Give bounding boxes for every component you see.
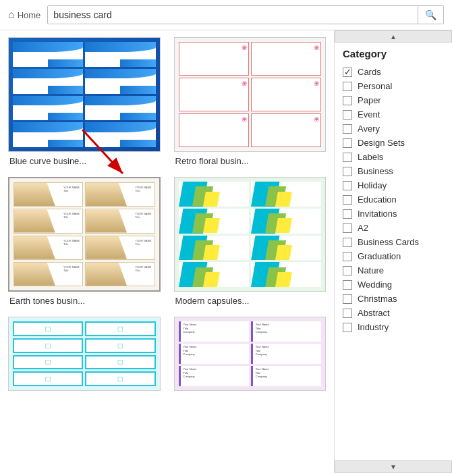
template-item-blue-curve[interactable]: Blue curve busine... xyxy=(8,37,161,166)
sidebar-scroll-up[interactable]: ▲ xyxy=(335,30,452,43)
floral-cell xyxy=(251,42,321,76)
category-checkbox[interactable] xyxy=(343,181,352,190)
header: ⌂ Home 🔍 xyxy=(0,0,452,30)
sidebar-item-paper[interactable]: Paper xyxy=(335,93,452,107)
category-checkbox[interactable] xyxy=(343,223,352,233)
category-checkbox[interactable] xyxy=(343,167,352,176)
modern-cell xyxy=(251,236,321,261)
teal-cell xyxy=(13,355,83,370)
template-item-purple[interactable]: Your NameTitleCompany Your NameTitleComp… xyxy=(174,317,327,391)
category-label: Avery xyxy=(358,124,380,134)
category-checkbox[interactable] xyxy=(343,82,352,91)
search-button[interactable]: 🔍 xyxy=(418,6,443,24)
teal-cell xyxy=(13,338,83,353)
category-checkbox[interactable] xyxy=(343,252,352,261)
teal-cell xyxy=(85,371,155,386)
sidebar-item-invitations[interactable]: Invitations xyxy=(335,207,452,221)
sidebar-item-industry[interactable]: Industry xyxy=(335,320,452,334)
category-checkbox[interactable] xyxy=(343,96,352,105)
sidebar-item-christmas[interactable]: Christmas xyxy=(335,292,452,306)
category-checkbox[interactable] xyxy=(343,238,352,247)
purple-cell: Your NameTitleCompany xyxy=(251,366,321,386)
sidebar-item-business-cards[interactable]: Business Cards xyxy=(335,235,452,249)
sidebar-item-avery[interactable]: Avery xyxy=(335,122,452,136)
sidebar-item-holiday[interactable]: Holiday xyxy=(335,178,452,192)
category-checkbox[interactable] xyxy=(343,209,352,219)
teal-cell xyxy=(85,338,155,353)
category-checkbox[interactable] xyxy=(343,195,352,205)
thumb-visual-blue xyxy=(9,38,160,151)
earth-cell: YOUR NAMETitle xyxy=(85,182,154,207)
thumbnail-teal xyxy=(8,317,161,391)
thumbnail-retro-floral xyxy=(174,37,327,152)
sidebar-item-graduation[interactable]: Graduation xyxy=(335,249,452,263)
category-label: Business xyxy=(358,166,393,176)
blue-cell xyxy=(85,122,155,147)
sidebar-item-a2[interactable]: A2 xyxy=(335,221,452,235)
sidebar-item-personal[interactable]: Personal xyxy=(335,79,452,93)
template-item-earth-tones[interactable]: YOUR NAMETitle YOUR NAMETitle YOUR NAMET… xyxy=(8,177,161,306)
thumb-visual-earth: YOUR NAMETitle YOUR NAMETitle YOUR NAMET… xyxy=(9,178,159,290)
sidebar-scroll-down[interactable]: ▼ xyxy=(335,460,452,473)
category-checkbox[interactable]: ✓ xyxy=(343,68,352,77)
category-checkbox[interactable] xyxy=(343,138,352,148)
category-label: Graduation xyxy=(358,251,401,261)
home-button[interactable]: ⌂ Home xyxy=(8,9,40,21)
teal-cell xyxy=(13,321,83,336)
teal-cell xyxy=(13,371,83,386)
category-label: Holiday xyxy=(358,180,387,190)
purple-cell: Your NameTitleCompany xyxy=(179,344,249,364)
search-bar: 🔍 xyxy=(47,5,444,24)
blue-cell xyxy=(85,96,155,121)
category-label: Industry xyxy=(358,322,389,332)
category-checkbox[interactable] xyxy=(343,266,352,275)
sidebar-item-nature[interactable]: Nature xyxy=(335,263,452,277)
category-checkbox[interactable] xyxy=(343,280,352,290)
category-checkbox[interactable] xyxy=(343,110,352,120)
category-label: Invitations xyxy=(358,209,397,219)
sidebar-item-education[interactable]: Education xyxy=(335,192,452,207)
blue-cell xyxy=(13,96,83,121)
template-item-teal[interactable] xyxy=(8,317,161,391)
card-label-retro-floral: Retro floral busin... xyxy=(174,156,327,166)
category-label: Labels xyxy=(358,152,383,162)
modern-cell xyxy=(251,262,321,287)
floral-cell xyxy=(251,113,321,147)
category-checkbox[interactable] xyxy=(343,294,352,304)
earth-cell: YOUR NAMETitle xyxy=(13,262,83,286)
sidebar-item-business[interactable]: Business xyxy=(335,164,452,178)
template-item-modern-capsules[interactable]: Modern capsules... xyxy=(174,177,327,306)
sidebar-item-labels[interactable]: Labels xyxy=(335,150,452,164)
category-checkbox[interactable] xyxy=(343,153,352,162)
purple-cell: Your NameTitleCompany xyxy=(251,344,321,364)
home-label: Home xyxy=(18,10,41,20)
category-label: A2 xyxy=(358,223,368,233)
floral-cell xyxy=(179,78,249,111)
sidebar-item-wedding[interactable]: Wedding xyxy=(335,277,452,292)
main-area: Blue curve busine... Ret xyxy=(0,30,452,473)
card-label-earth-tones: Earth tones busin... xyxy=(8,296,161,306)
category-list: ✓CardsPersonalPaperEventAveryDesign Sets… xyxy=(335,65,452,334)
modern-cell xyxy=(179,182,249,207)
category-label: Design Sets xyxy=(358,138,405,148)
template-item-retro-floral[interactable]: Retro floral busin... xyxy=(174,37,327,166)
sidebar-item-design-sets[interactable]: Design Sets xyxy=(335,136,452,150)
sidebar-item-event[interactable]: Event xyxy=(335,107,452,122)
category-checkbox[interactable] xyxy=(343,323,352,332)
blue-cell xyxy=(13,42,83,67)
card-label-blue-curve: Blue curve busine... xyxy=(8,156,161,166)
category-label: Wedding xyxy=(358,280,392,290)
category-checkbox[interactable] xyxy=(343,124,352,134)
category-label: Abstract xyxy=(358,308,390,318)
modern-cell xyxy=(251,182,321,207)
floral-cell xyxy=(251,78,321,111)
sidebar-item-cards[interactable]: ✓Cards xyxy=(335,65,452,79)
thumb-visual-purple: Your NameTitleCompany Your NameTitleComp… xyxy=(175,317,326,390)
category-label: Event xyxy=(358,109,380,120)
thumb-visual-teal xyxy=(9,317,160,390)
sidebar-content: Category ✓CardsPersonalPaperEventAveryDe… xyxy=(335,43,452,460)
category-checkbox[interactable] xyxy=(343,309,352,318)
sidebar-item-abstract[interactable]: Abstract xyxy=(335,306,452,320)
search-input[interactable] xyxy=(48,6,418,24)
sidebar: ▲ Category ✓CardsPersonalPaperEventAvery… xyxy=(334,30,452,473)
